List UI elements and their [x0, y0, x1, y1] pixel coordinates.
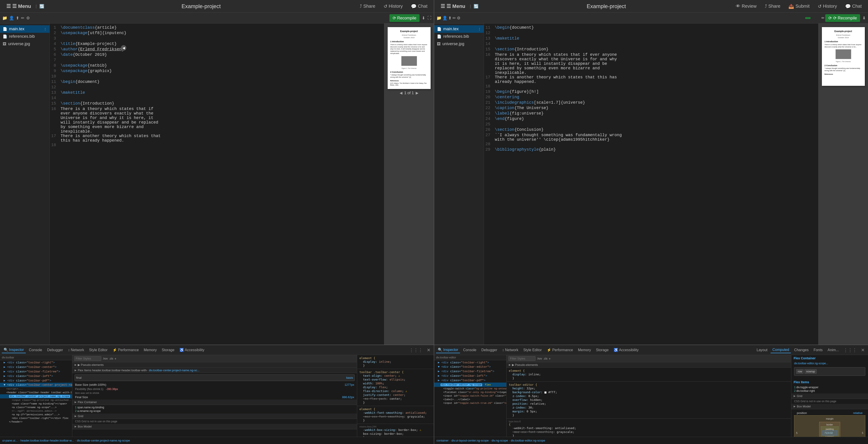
dom-item-input-true[interactable]: <input id="toggle-switch-true-26" class=… — [434, 401, 506, 405]
dt-tab-storage-left[interactable]: Storage — [160, 347, 176, 353]
dom-item-toolbar-center[interactable]: ▶ <div class="toolbar-center"> — [0, 365, 72, 369]
submit-button[interactable]: 📤 Submit — [786, 3, 811, 10]
dt-tab-network-right[interactable]: ↕ Network — [500, 347, 520, 353]
tab-source[interactable] — [805, 17, 811, 19]
folder-icon-left[interactable]: 📁 — [2, 15, 7, 21]
dt-tab-storage-right[interactable]: Storage — [594, 347, 611, 353]
pdf-next-button[interactable]: ▶ — [416, 91, 418, 95]
user-icon-right[interactable]: 👤 — [442, 15, 447, 21]
dom-item-toolbar-pdf[interactable]: ▶ <div class="toolbar-pdf"> — [0, 378, 72, 383]
dom-item-toolbar-left[interactable]: ▶ <div class="toolbar-left"> — [0, 374, 72, 378]
dt-tab-inspector-left[interactable]: 🔍 Inspector — [2, 347, 26, 353]
recompile-button-left[interactable]: ⟳ Recompile — [390, 14, 420, 22]
flex-items-link-left[interactable]: div.toolbar-center.project-name.ng-sc... — [149, 369, 199, 372]
history-button-right[interactable]: ↺ History — [816, 3, 839, 10]
dom-item-header[interactable]: <header class="toolbar-header toolbar-wi… — [0, 391, 72, 394]
pencil-icon-right[interactable]: ✏ — [453, 15, 456, 21]
dom-item-ngif[interactable]: <!--ngIf: permissions.admin--> — [0, 409, 72, 413]
upload-icon-right[interactable]: ⬆ — [448, 15, 452, 21]
filter-hov-right[interactable]: .hov — [537, 357, 542, 360]
dt-tab-memory-left[interactable]: Memory — [142, 347, 159, 353]
pencil-icon-right2[interactable]: ✏ — [822, 16, 825, 20]
nowrap-option[interactable]: nowrap — [804, 369, 816, 374]
filter-plus-left[interactable]: + — [115, 357, 116, 361]
flex-items-header-left[interactable]: ▶ Flex Items header.toolbar.toolbar-head… — [72, 368, 357, 373]
dt-tab-styleeditor-right[interactable]: Style Editor — [522, 347, 544, 353]
dom-item-legend[interactable]: <fieldset class="sr-only ng-binding"><le… — [434, 390, 506, 394]
box-model-section-left[interactable]: ▶ Box Model — [72, 424, 357, 429]
filter-hov-left[interactable]: .hov — [103, 357, 108, 360]
tab-richtext[interactable] — [811, 17, 817, 19]
dt-tab-network-left[interactable]: ↕ Network — [66, 347, 86, 353]
bc-item-4-right[interactable]: div.toolbar-editor.ng-scope — [511, 439, 545, 442]
dom-item-rt-toolbar-editor[interactable]: ▼ <div class="toolbar-editor"> — [434, 365, 506, 369]
filter-plus-right[interactable]: + — [549, 357, 551, 361]
pseudo-elements-header-left[interactable]: ▶ ▶ Pseudo-elements — [72, 362, 357, 368]
box-model-rt[interactable]: ▶ Box Model — [792, 404, 868, 409]
dt-tab-changes-right[interactable]: Changes — [792, 347, 810, 353]
file-item-maintex-right[interactable]: 📄 main.tex ⋮ — [434, 25, 484, 33]
expand-icon-left[interactable]: ⛶ — [428, 15, 432, 20]
bc-item-3-left[interactable]: div.toolbar-center.project-name.ng-scope — [77, 439, 130, 442]
dom-item-a-ngif[interactable]: <a ng-if="permissions.admin"...> — [0, 413, 72, 416]
dom-item-selected-left[interactable]: ▼ <div class="toolbar-center project-nam… — [0, 383, 72, 387]
code-editor-right[interactable]: 11\begin{document} 12 13\maketitle 14 15… — [484, 24, 818, 345]
share-button-left[interactable]: ⤴ Share — [358, 3, 377, 10]
filter-input-left[interactable] — [74, 356, 101, 361]
upload-icon-left[interactable]: ⬆ — [16, 15, 19, 21]
dt-tab-memory-right[interactable]: Memory — [576, 347, 593, 353]
settings-icon-right[interactable]: ⚙ — [457, 15, 460, 21]
file-item-bib[interactable]: 📄 references.bib — [0, 33, 50, 40]
file-item-jpg-right[interactable]: 🖼 universe.jpg — [434, 40, 484, 48]
file-options-maintex[interactable]: ⋮ — [43, 27, 47, 31]
code-editor-left[interactable]: 1\documentclass{article} 2\usepackage[ut… — [50, 24, 384, 345]
dt-tab-debugger-right[interactable]: Debugger — [480, 347, 499, 353]
pdf-prev-button[interactable]: ◀ — [400, 91, 402, 95]
dt-close-right[interactable]: ✕ — [860, 347, 866, 353]
dt-tab-accessibility-left[interactable]: ♿ Accessibility — [178, 347, 206, 353]
dom-item-toolbar-center-selected[interactable]: div.toolbar-center.project-name.ng-scope… — [0, 394, 72, 398]
pseudo-elements-header-right[interactable]: ▶ ▶ Pseudo-elements — [506, 362, 791, 368]
dom-item-rt-toolbar-left[interactable]: ▶ <div class="toolbar-left"> — [434, 374, 506, 378]
dom-item-div-right[interactable]: <div class="toolbar-right"></div> flex — [0, 416, 72, 420]
bc-item-3-right[interactable]: div.ng-scope — [491, 439, 508, 442]
download-icon-left[interactable]: ⬇ — [422, 15, 425, 21]
filter-cls-right[interactable]: .cls — [544, 357, 548, 360]
dt-close-left[interactable]: ✕ — [426, 347, 432, 353]
dom-item-header-close[interactable]: </header> — [0, 420, 72, 424]
filter-input-right[interactable] — [508, 356, 535, 361]
settings-icon-left[interactable]: ⚙ — [26, 15, 30, 21]
dt-tab-layout-right[interactable]: Layout — [755, 347, 769, 353]
dom-item-input-false[interactable]: <input id="toggle-switch-false-26" class… — [434, 394, 506, 398]
dt-tab-console-left[interactable]: Console — [27, 347, 44, 353]
bc-item-1-right[interactable]: container — [436, 439, 448, 442]
file-item-jpg[interactable]: 🖼 universe.jpg — [0, 40, 50, 48]
file-item-maintex[interactable]: 📄 main.tex ⋮ — [0, 25, 50, 33]
dt-tab-fonts-right[interactable]: Fonts — [812, 347, 825, 353]
dt-tab-accessibility-right[interactable]: ♿ Accessibility — [612, 347, 641, 353]
dom-item-a-rename[interactable]: <a class="rename ng-scope"...> — [0, 406, 72, 409]
bc-item-2-left[interactable]: header.toolbar.toolbar-header.toolbar-w.… — [20, 439, 74, 442]
dom-item-toggle-switch[interactable]: <toggle-switch class="ng-pristine ng-unt… — [434, 387, 506, 390]
dom-item-rt-toolbar-right[interactable]: ▶ <div class="toolbar-right"> — [434, 360, 506, 365]
share-button-right[interactable]: ⤴ Share — [763, 3, 782, 10]
dt-tab-inspector-right[interactable]: 🔍 Inspector — [436, 347, 460, 353]
dt-dots-right[interactable]: ⋮⋮⋮ — [842, 347, 858, 353]
review-button[interactable]: 👁 Review — [734, 3, 758, 10]
flex-container-section-left[interactable]: ▶ Flex Container — [72, 400, 357, 405]
file-options-maintex-right[interactable]: ⋮ — [478, 27, 481, 31]
dom-item-rt-toolbar-pdf[interactable]: ▶ <div class="toolbar-pdf"> — [434, 378, 506, 383]
dt-tab-console-right[interactable]: Console — [461, 347, 478, 353]
dt-tab-performance-right[interactable]: ⚡ Performance — [545, 347, 575, 353]
dom-item-rt-toolbar-filetree[interactable]: ▶ <div class="toolbar-filetree"> — [434, 369, 506, 374]
bc-item-2-right[interactable]: div.ui-layout-center.ng-scope — [452, 439, 489, 442]
dt-tab-anim-right[interactable]: Anim... — [826, 347, 841, 353]
menu-button-left[interactable]: ☰ ☰ Menu — [4, 2, 33, 10]
dt-tab-debugger-left[interactable]: Debugger — [45, 347, 65, 353]
dom-item-script[interactable]: <script>... — [0, 387, 72, 391]
menu-button-right[interactable]: ☰ ☰ Menu — [439, 2, 467, 10]
pencil-icon-left[interactable]: ✏ — [21, 15, 24, 21]
dom-item-toolbar-filetree[interactable]: ▶ <div class="toolbar-filetree"> — [0, 369, 72, 374]
dom-item-input[interactable]: <input class="ng-pristine ng-untouched..… — [0, 398, 72, 402]
row-option[interactable]: row — [796, 369, 804, 374]
